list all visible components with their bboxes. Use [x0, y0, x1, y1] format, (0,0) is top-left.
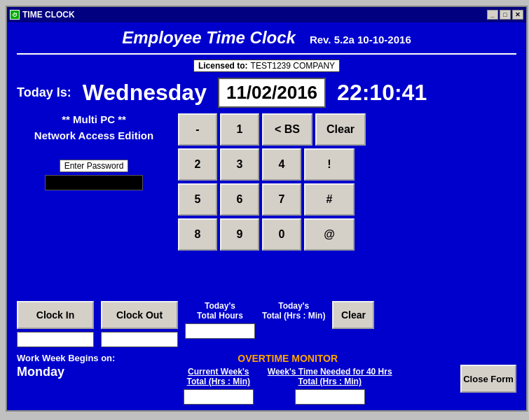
- password-label: Enter Password: [60, 160, 129, 172]
- rev-info: Rev. 5.2a 10-10-2016: [310, 34, 411, 46]
- monday-label: Monday: [17, 365, 115, 379]
- clock-in-input[interactable]: [17, 332, 94, 347]
- overtime-cols: Current Week'sTotal (Hrs : Min) Week's T…: [184, 367, 392, 405]
- key-backspace[interactable]: < BS: [262, 113, 312, 146]
- hours-label: Today'sTotal Hours: [197, 301, 243, 321]
- titlebar-title: TIME CLOCK: [22, 10, 75, 20]
- key-6[interactable]: 6: [220, 183, 259, 216]
- key-dash[interactable]: -: [178, 113, 217, 146]
- current-week-col: Current Week'sTotal (Hrs : Min): [184, 367, 254, 405]
- multi-pc-text: ** Multi PC **: [17, 113, 171, 125]
- left-panel: ** Multi PC ** Network Access Edition En…: [17, 113, 171, 295]
- overtime-title: OVERTIME MONITOR: [238, 353, 338, 364]
- keypad-row-2: 2 3 4 !: [178, 148, 516, 181]
- work-week-section: Work Week Begins on: Monday: [17, 353, 115, 379]
- key-5[interactable]: 5: [178, 183, 217, 216]
- license-box: Licensed to: TEST1239 COMPANY: [193, 59, 340, 72]
- password-input[interactable]: [45, 175, 143, 190]
- minimize-button[interactable]: _: [487, 10, 498, 20]
- week-needed-input[interactable]: [295, 389, 365, 405]
- datetime-row: Today Is: Wednesday 11/02/2016 22:10:41: [17, 78, 516, 108]
- clock-out-button[interactable]: Clock Out: [101, 301, 178, 329]
- key-4[interactable]: 4: [262, 148, 301, 181]
- key-7[interactable]: 7: [262, 183, 301, 216]
- close-button[interactable]: ✕: [512, 10, 523, 20]
- key-clear-top[interactable]: Clear: [315, 113, 366, 146]
- hours-input[interactable]: [185, 323, 255, 339]
- current-week-label: Current Week'sTotal (Hrs : Min): [187, 367, 250, 386]
- today-total-section: Today'sTotal (Hrs : Min): [262, 301, 325, 321]
- titlebar-left: ⏱ TIME CLOCK: [10, 10, 75, 20]
- day-name: Wednesday: [83, 80, 207, 106]
- main-area: ** Multi PC ** Network Access Edition En…: [17, 113, 516, 295]
- maximize-button[interactable]: □: [500, 10, 511, 20]
- titlebar-controls: _ □ ✕: [487, 10, 523, 20]
- close-form-button[interactable]: Close Form: [460, 365, 516, 393]
- header-title: Employee Time Clock Rev. 5.2a 10-10-2016: [17, 28, 516, 48]
- date-display: 11/02/2016: [218, 78, 326, 108]
- key-1[interactable]: 1: [220, 113, 259, 146]
- main-window: ⏱ TIME CLOCK _ □ ✕ Employee Time Clock R…: [6, 6, 528, 412]
- time-display: 22:10:41: [337, 80, 427, 106]
- key-at[interactable]: @: [304, 218, 355, 251]
- key-0[interactable]: 0: [262, 218, 301, 251]
- key-8[interactable]: 8: [178, 218, 217, 251]
- week-needed-col: Week's Time Needed for 40 HrsTotal (Hrs …: [268, 367, 392, 405]
- clock-out-input[interactable]: [101, 332, 178, 347]
- today-label: Today Is:: [17, 85, 71, 100]
- action-row: Clock In Clock Out Today'sTotal Hours To…: [17, 301, 516, 347]
- keypad-row-1: - 1 < BS Clear: [178, 113, 516, 146]
- app-title: Employee Time Clock: [122, 28, 296, 48]
- password-section: Enter Password: [17, 160, 171, 190]
- app-icon: ⏱: [10, 10, 20, 20]
- keypad-row-3: 5 6 7 #: [178, 183, 516, 216]
- key-3[interactable]: 3: [220, 148, 259, 181]
- license-row: Licensed to: TEST1239 COMPANY: [17, 59, 516, 72]
- key-exclaim[interactable]: !: [304, 148, 355, 181]
- clear-button-right[interactable]: Clear: [332, 301, 374, 329]
- bottom-section: Work Week Begins on: Monday OVERTIME MON…: [17, 353, 516, 405]
- clock-in-section: Clock In: [17, 301, 94, 347]
- content-area: Employee Time Clock Rev. 5.2a 10-10-2016…: [7, 22, 526, 410]
- keypad-row-4: 8 9 0 @: [178, 218, 516, 251]
- overtime-section: OVERTIME MONITOR Current Week'sTotal (Hr…: [122, 353, 453, 405]
- key-2[interactable]: 2: [178, 148, 217, 181]
- titlebar: ⏱ TIME CLOCK _ □ ✕: [7, 7, 526, 22]
- license-label: Licensed to:: [198, 61, 248, 71]
- week-needed-label: Week's Time Needed for 40 HrsTotal (Hrs …: [268, 367, 392, 386]
- key-9[interactable]: 9: [220, 218, 259, 251]
- license-value: TEST1239 COMPANY: [251, 61, 335, 71]
- hours-section: Today'sTotal Hours: [185, 301, 255, 339]
- today-total-label: Today'sTotal (Hrs : Min): [262, 301, 325, 321]
- keypad-panel: - 1 < BS Clear 2 3 4 ! 5 6 7 #: [178, 113, 516, 295]
- key-hash[interactable]: #: [304, 183, 355, 216]
- work-week-label: Work Week Begins on:: [17, 353, 115, 363]
- network-text: Network Access Edition: [17, 130, 171, 141]
- clock-in-button[interactable]: Clock In: [17, 301, 94, 329]
- divider: [17, 53, 516, 55]
- clock-out-section: Clock Out: [101, 301, 178, 347]
- current-week-input[interactable]: [184, 389, 254, 405]
